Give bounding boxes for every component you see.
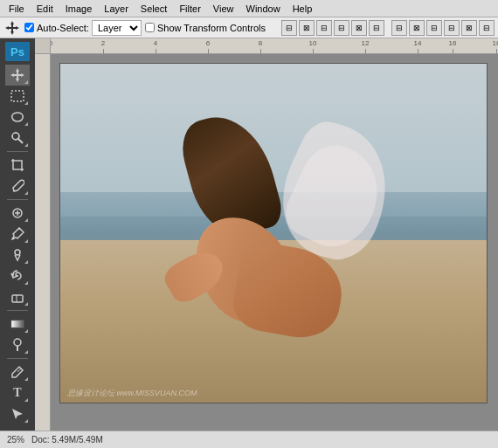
- gradient-tool[interactable]: [5, 314, 30, 334]
- move-tool[interactable]: [5, 65, 30, 86]
- svg-point-15: [14, 339, 21, 346]
- distribute-middle-btn[interactable]: ⊠: [461, 20, 477, 36]
- distribute-right-btn[interactable]: ⊟: [426, 20, 442, 36]
- toolbox: Ps: [0, 38, 35, 431]
- canvas-area[interactable]: 0 2 4 6 8 10 12 14 16 18: [35, 38, 498, 431]
- menu-file[interactable]: File: [3, 2, 30, 16]
- align-middle-btn[interactable]: ⊠: [351, 20, 367, 36]
- menu-layer[interactable]: Layer: [99, 2, 134, 16]
- svg-line-17: [17, 369, 21, 372]
- marquee-tool[interactable]: [5, 86, 30, 107]
- align-top-btn[interactable]: ⊟: [334, 20, 349, 36]
- workspace: Ps: [0, 38, 498, 431]
- auto-select-checkbox-group: Auto-Select: Layer Group: [24, 20, 142, 36]
- menu-help[interactable]: Help: [287, 2, 318, 16]
- show-transform-label: Show Transform Controls: [157, 23, 266, 33]
- brush-tool[interactable]: [5, 224, 30, 245]
- canvas-frame[interactable]: 思缘设计论坛 www.MISSVUAN.COM: [59, 63, 488, 403]
- lasso-tool[interactable]: [5, 107, 30, 128]
- menu-edit[interactable]: Edit: [31, 2, 59, 16]
- ruler-top: 0 2 4 6 8 10 12 14 16 18: [51, 38, 498, 54]
- distribute-center-btn[interactable]: ⊠: [409, 20, 425, 36]
- distribute-top-btn[interactable]: ⊟: [444, 20, 460, 36]
- align-center-btn[interactable]: ⊠: [299, 20, 315, 36]
- history-brush-tool[interactable]: [5, 265, 30, 286]
- magic-wand-tool[interactable]: [5, 128, 30, 148]
- align-controls: ⊟ ⊠ ⊟ ⊟ ⊠ ⊟ ⊟ ⊠ ⊟ ⊟ ⊠ ⊟: [281, 20, 495, 36]
- ps-logo: Ps: [5, 42, 30, 61]
- canvas-image: 思缘设计论坛 www.MISSVUAN.COM: [60, 64, 487, 403]
- status-bar: 25% Doc: 5.49M/5.49M: [0, 431, 498, 448]
- path-select-tool[interactable]: [5, 403, 30, 424]
- svg-rect-0: [11, 91, 24, 101]
- move-tool-icon: [3, 19, 21, 37]
- svg-point-11: [15, 250, 20, 255]
- menu-image[interactable]: Image: [60, 2, 98, 16]
- clone-tool[interactable]: [5, 245, 30, 265]
- watermark: 思缘设计论坛 www.MISSVUAN.COM: [67, 388, 197, 399]
- crop-tool[interactable]: [5, 155, 30, 176]
- dodge-tool[interactable]: [5, 334, 30, 355]
- menu-window[interactable]: Window: [241, 2, 286, 16]
- type-tool[interactable]: T: [5, 383, 30, 403]
- eraser-tool[interactable]: [5, 286, 30, 307]
- align-right-btn[interactable]: ⊟: [316, 20, 332, 36]
- menu-view[interactable]: View: [208, 2, 239, 16]
- options-bar: Auto-Select: Layer Group Show Transform …: [0, 17, 498, 38]
- align-left-btn[interactable]: ⊟: [281, 20, 297, 36]
- figure: [154, 114, 388, 334]
- svg-rect-12: [12, 295, 23, 302]
- svg-point-2: [12, 133, 19, 140]
- layer-select[interactable]: Layer Group: [92, 20, 142, 36]
- healing-tool[interactable]: [5, 203, 30, 224]
- svg-rect-14: [11, 320, 24, 327]
- align-bottom-btn[interactable]: ⊟: [369, 20, 384, 36]
- show-transform-group: Show Transform Controls: [145, 23, 266, 33]
- menubar: File Edit Image Layer Select Filter View…: [0, 0, 498, 17]
- show-transform-checkbox[interactable]: [145, 23, 155, 32]
- auto-select-label: Auto-Select:: [37, 23, 89, 33]
- pen-tool[interactable]: [5, 362, 30, 383]
- menu-select[interactable]: Select: [135, 2, 173, 16]
- ruler-left: [35, 38, 51, 431]
- distribute-left-btn[interactable]: ⊟: [391, 20, 407, 36]
- zoom-level: 25%: [7, 435, 24, 445]
- doc-info: Doc: 5.49M/5.49M: [31, 435, 103, 445]
- ruler-corner: [35, 38, 51, 54]
- distribute-bottom-btn[interactable]: ⊟: [479, 20, 495, 36]
- eyedropper-tool[interactable]: [5, 176, 30, 196]
- auto-select-checkbox[interactable]: [24, 23, 34, 32]
- menu-filter[interactable]: Filter: [174, 2, 205, 16]
